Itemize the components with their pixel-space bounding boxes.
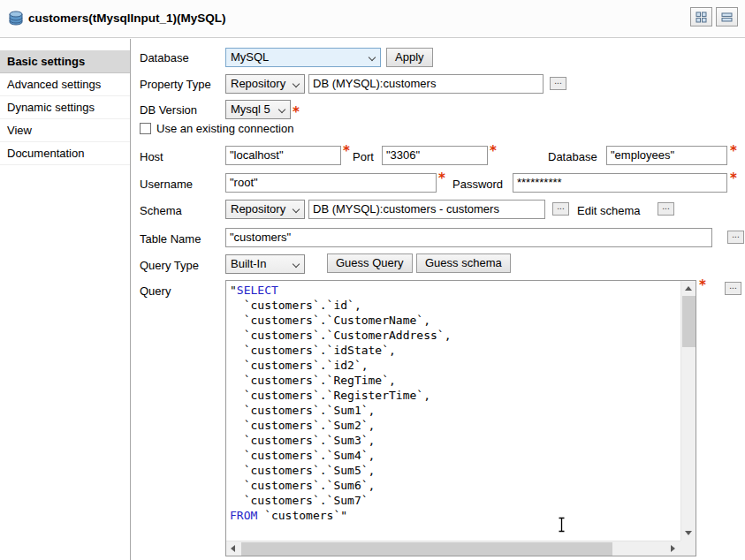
password-label: Password xyxy=(452,178,503,191)
rows-icon xyxy=(721,11,733,23)
horizontal-scrollbar[interactable] xyxy=(226,541,680,556)
existing-connection-checkbox[interactable] xyxy=(140,123,151,134)
query-line: `customers`.`Sum4`, xyxy=(230,448,680,463)
port-label: Port xyxy=(353,150,374,163)
query-line: "SELECT xyxy=(230,283,680,298)
query-line: `customers`.`id`, xyxy=(230,298,680,313)
query-browse-button[interactable]: ... xyxy=(725,282,741,295)
required-asterisk: * xyxy=(730,143,737,159)
rows-layout-button[interactable] xyxy=(716,7,738,26)
query-editor[interactable]: "SELECT `customers`.`id`, `customers`.`C… xyxy=(225,280,696,556)
query-type-label: Query Type xyxy=(140,259,199,272)
property-browse-button[interactable]: ... xyxy=(550,77,566,90)
query-type-combo-value: Built-In xyxy=(231,257,266,270)
schema-label: Schema xyxy=(140,204,182,217)
component-header: customers(tMysqlInput_1)(MySQL) xyxy=(0,0,745,38)
required-asterisk: * xyxy=(699,277,706,293)
database-combo[interactable]: MySQL xyxy=(225,48,381,67)
database-name-field[interactable]: "employees" xyxy=(606,146,727,165)
query-line: FROM `customers`" xyxy=(230,508,680,523)
table-name-field[interactable]: "customers" xyxy=(225,228,712,247)
sidebar-item-dynamic-settings[interactable]: Dynamic settings xyxy=(0,96,130,119)
username-label: Username xyxy=(140,178,193,191)
property-type-label: Property Type xyxy=(140,78,211,91)
horizontal-scrollbar-thumb[interactable] xyxy=(241,542,612,556)
db-version-combo-value: Mysql 5 xyxy=(231,102,270,116)
apply-button[interactable]: Apply xyxy=(386,48,433,67)
schema-type-combo[interactable]: Repository xyxy=(225,200,305,219)
sidebar-item-view[interactable]: View xyxy=(0,119,130,142)
text-cursor-pointer xyxy=(557,517,566,535)
query-line: `customers`.`RegTime`, xyxy=(230,373,680,388)
query-line: `customers`.`RegisterTime`, xyxy=(230,388,680,403)
db-version-label: DB Version xyxy=(140,103,197,117)
table-name-browse-button[interactable]: ... xyxy=(727,231,744,244)
database-component-icon xyxy=(7,10,25,27)
query-label: Query xyxy=(140,284,171,298)
schema-repository-field[interactable]: DB (MYSQL):customers - customers xyxy=(308,200,545,219)
grid-icon xyxy=(696,11,707,23)
scroll-right-button[interactable] xyxy=(665,541,680,556)
settings-sidebar: Basic settings Advanced settings Dynamic… xyxy=(0,39,131,560)
sidebar-item-advanced-settings[interactable]: Advanced settings xyxy=(0,73,130,96)
query-line: `customers`.`CustomerName`, xyxy=(230,313,680,328)
chevron-down-icon xyxy=(293,206,300,213)
username-field[interactable]: "root" xyxy=(225,173,437,193)
sidebar-item-basic-settings[interactable]: Basic settings xyxy=(0,50,130,73)
query-line: `customers`.`Sum1`, xyxy=(230,403,680,418)
database-label: Database xyxy=(140,51,189,64)
sidebar-item-documentation[interactable]: Documentation xyxy=(0,142,130,165)
guess-query-button[interactable]: Guess Query xyxy=(327,254,413,273)
schema-browse-button[interactable]: ... xyxy=(552,202,569,216)
chevron-down-icon xyxy=(293,261,300,268)
required-asterisk: * xyxy=(730,170,737,186)
query-line: `customers`.`idState`, xyxy=(230,343,680,358)
query-editor-content[interactable]: "SELECT `customers`.`id`, `customers`.`C… xyxy=(226,281,680,541)
db-version-combo[interactable]: Mysql 5 xyxy=(225,100,291,119)
query-line: `customers`.`CustomerAddress`, xyxy=(230,328,680,343)
port-field[interactable]: "3306" xyxy=(382,146,488,165)
property-type-combo-value: Repository xyxy=(231,77,285,90)
query-line: `customers`.`id2`, xyxy=(230,358,680,373)
required-asterisk: * xyxy=(293,104,300,120)
query-line: `customers`.`Sum3`, xyxy=(230,433,680,448)
host-label: Host xyxy=(140,150,163,163)
property-repository-field[interactable]: DB (MYSQL):customers xyxy=(308,74,544,94)
existing-connection-label: Use an existing connection xyxy=(156,122,293,135)
chevron-down-icon xyxy=(293,80,300,87)
schema-type-combo-value: Repository xyxy=(231,202,285,216)
edit-schema-label: Edit schema xyxy=(577,204,641,217)
scroll-down-button[interactable] xyxy=(681,526,696,541)
vertical-scrollbar[interactable] xyxy=(680,281,696,541)
query-type-combo[interactable]: Built-In xyxy=(225,254,305,274)
database-name-label: Database xyxy=(548,150,597,163)
chevron-down-icon xyxy=(369,54,376,61)
required-asterisk: * xyxy=(343,143,350,159)
query-line: `customers`.`Sum7` xyxy=(230,493,680,508)
host-field[interactable]: "localhost" xyxy=(225,146,341,165)
query-line: `customers`.`Sum2`, xyxy=(230,418,680,433)
edit-schema-button[interactable]: ... xyxy=(658,202,674,216)
database-combo-value: MySQL xyxy=(231,50,269,64)
query-line: `customers`.`Sum6`, xyxy=(230,478,680,493)
property-type-combo[interactable]: Repository xyxy=(225,74,305,94)
required-asterisk: * xyxy=(438,170,445,186)
query-line: `customers`.`Sum5`, xyxy=(230,463,680,478)
scroll-up-button[interactable] xyxy=(681,281,696,296)
scrollbar-corner xyxy=(680,541,696,556)
table-name-label: Table Name xyxy=(140,232,201,246)
component-title: customers(tMysqlInput_1)(MySQL) xyxy=(28,11,226,25)
vertical-scrollbar-thumb[interactable] xyxy=(682,296,696,347)
chevron-down-icon xyxy=(278,106,285,113)
grid-layout-button[interactable] xyxy=(690,7,712,26)
password-field[interactable]: ********** xyxy=(513,173,727,193)
required-asterisk: * xyxy=(490,143,497,159)
scroll-left-button[interactable] xyxy=(226,541,241,556)
guess-schema-button[interactable]: Guess schema xyxy=(416,254,511,273)
